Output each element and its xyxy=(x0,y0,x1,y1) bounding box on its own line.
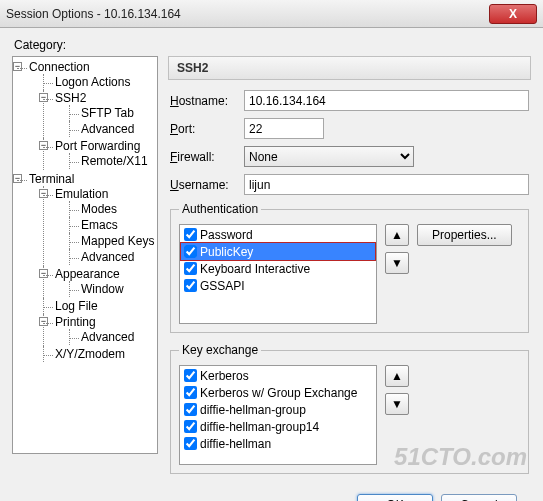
panel-header: SSH2 xyxy=(168,56,531,80)
tree-window[interactable]: Window xyxy=(69,281,153,297)
title-bar: Session Options - 10.16.134.164 X xyxy=(0,0,543,28)
auth-item-keyboard[interactable]: Keyboard Interactive xyxy=(181,260,375,277)
tree-remote-x11[interactable]: Remote/X11 xyxy=(69,153,153,169)
tree-mapped-keys[interactable]: Mapped Keys xyxy=(69,233,153,249)
tree-ssh2[interactable]: −SSH2 SFTP Tab Advanced xyxy=(43,90,153,138)
firewall-select[interactable]: None xyxy=(244,146,414,167)
window-title: Session Options - 10.16.134.164 xyxy=(6,7,489,21)
triangle-down-icon: ▼ xyxy=(391,256,403,270)
cancel-button[interactable]: Cancel xyxy=(441,494,517,501)
auth-item-gssapi[interactable]: GSSAPI xyxy=(181,277,375,294)
tree-connection[interactable]: −Connection Logon Actions −SSH2 SFTP Tab… xyxy=(17,59,153,171)
collapse-icon[interactable]: − xyxy=(39,141,48,150)
tree-emu-advanced[interactable]: Advanced xyxy=(69,249,153,265)
hostname-input[interactable] xyxy=(244,90,529,111)
auth-legend: Authentication xyxy=(179,202,261,216)
kex-listbox[interactable]: Kerberos Kerberos w/ Group Exchange diff… xyxy=(179,365,377,465)
tree-emulation[interactable]: −Emulation Modes Emacs Mapped Keys Advan… xyxy=(43,186,153,266)
kex-check[interactable] xyxy=(184,437,197,450)
kex-legend: Key exchange xyxy=(179,343,261,357)
port-input[interactable] xyxy=(244,118,324,139)
collapse-icon[interactable]: − xyxy=(39,189,48,198)
properties-button[interactable]: Properties... xyxy=(417,224,512,246)
close-icon: X xyxy=(509,7,517,21)
right-pane: SSH2 Hostname: Port: Firewall: None User… xyxy=(168,56,531,484)
collapse-icon[interactable]: − xyxy=(39,93,48,102)
tree-emacs[interactable]: Emacs xyxy=(69,217,153,233)
username-label: Username: xyxy=(170,178,244,192)
auth-item-password[interactable]: Password xyxy=(181,226,375,243)
kex-move-down-button[interactable]: ▼ xyxy=(385,393,409,415)
tree-xyzmodem[interactable]: X/Y/Zmodem xyxy=(43,346,153,362)
username-input[interactable] xyxy=(244,174,529,195)
auth-listbox[interactable]: Password PublicKey Keyboard Interactive … xyxy=(179,224,377,324)
tree-logon-actions[interactable]: Logon Actions xyxy=(43,74,153,90)
kex-check[interactable] xyxy=(184,403,197,416)
kex-group: Key exchange Kerberos Kerberos w/ Group … xyxy=(170,343,529,474)
tree-modes[interactable]: Modes xyxy=(69,201,153,217)
hostname-label: Hostname: xyxy=(170,94,244,108)
collapse-icon[interactable]: − xyxy=(39,269,48,278)
auth-move-up-button[interactable]: ▲ xyxy=(385,224,409,246)
category-tree[interactable]: −Connection Logon Actions −SSH2 SFTP Tab… xyxy=(12,56,158,454)
collapse-icon[interactable]: − xyxy=(13,174,22,183)
dialog-footer: OK Cancel xyxy=(12,484,531,501)
kex-check[interactable] xyxy=(184,420,197,433)
kex-item[interactable]: diffie-hellman xyxy=(181,435,375,452)
tree-print-advanced[interactable]: Advanced xyxy=(69,329,153,345)
auth-group: Authentication Password PublicKey Keyboa… xyxy=(170,202,529,333)
kex-item[interactable]: diffie-hellman-group xyxy=(181,401,375,418)
triangle-up-icon: ▲ xyxy=(391,228,403,242)
port-label: Port: xyxy=(170,122,244,136)
kex-item[interactable]: diffie-hellman-group14 xyxy=(181,418,375,435)
tree-terminal[interactable]: −Terminal −Emulation Modes Emacs Mapped … xyxy=(17,171,153,363)
kex-item[interactable]: Kerberos xyxy=(181,367,375,384)
auth-check-password[interactable] xyxy=(184,228,197,241)
tree-printing[interactable]: −Printing Advanced xyxy=(43,314,153,346)
auth-check-gssapi[interactable] xyxy=(184,279,197,292)
triangle-down-icon: ▼ xyxy=(391,397,403,411)
tree-log-file[interactable]: Log File xyxy=(43,298,153,314)
kex-check[interactable] xyxy=(184,369,197,382)
auth-check-publickey[interactable] xyxy=(184,245,197,258)
close-button[interactable]: X xyxy=(489,4,537,24)
tree-appearance[interactable]: −Appearance Window xyxy=(43,266,153,298)
kex-item[interactable]: Kerberos w/ Group Exchange xyxy=(181,384,375,401)
ok-button[interactable]: OK xyxy=(357,494,433,501)
tree-port-forwarding[interactable]: −Port Forwarding Remote/X11 xyxy=(43,138,153,170)
tree-ssh2-advanced[interactable]: Advanced xyxy=(69,121,153,137)
category-label: Category: xyxy=(14,38,531,52)
kex-move-up-button[interactable]: ▲ xyxy=(385,365,409,387)
auth-item-publickey[interactable]: PublicKey xyxy=(181,243,375,260)
tree-sftp-tab[interactable]: SFTP Tab xyxy=(69,105,153,121)
collapse-icon[interactable]: − xyxy=(13,62,22,71)
auth-check-keyboard[interactable] xyxy=(184,262,197,275)
auth-move-down-button[interactable]: ▼ xyxy=(385,252,409,274)
kex-check[interactable] xyxy=(184,386,197,399)
collapse-icon[interactable]: − xyxy=(39,317,48,326)
triangle-up-icon: ▲ xyxy=(391,369,403,383)
firewall-label: Firewall: xyxy=(170,150,244,164)
